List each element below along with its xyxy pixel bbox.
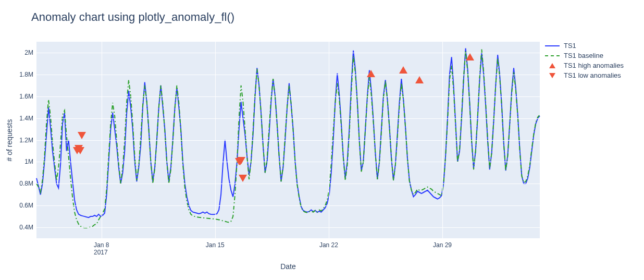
grid-line <box>36 227 540 228</box>
legend-item-ts1[interactable]: TS1 <box>545 42 639 50</box>
anomaly-high-marker[interactable] <box>367 70 375 77</box>
x-tick-label: Jan 82017 <box>94 241 109 256</box>
anomaly-high-marker[interactable] <box>466 53 474 60</box>
grid-line <box>36 53 540 53</box>
grid-line <box>36 96 540 97</box>
grid-line <box>36 184 540 184</box>
triangle-down-icon <box>549 73 555 78</box>
x-tick-label: Jan 15 <box>206 241 225 249</box>
y-tick-label: 2M <box>7 49 33 56</box>
anomaly-low-marker[interactable] <box>239 175 247 182</box>
legend-label: TS1 low anomalies <box>564 71 621 79</box>
y-tick-label: 0.6M <box>7 202 33 209</box>
legend-item-high[interactable]: TS1 high anomalies <box>545 62 639 69</box>
dashed-line-swatch-icon <box>545 55 560 56</box>
x-tick-label: Jan 29 <box>433 241 452 249</box>
grid-line <box>36 162 540 162</box>
grid-line <box>329 42 329 238</box>
anomaly-chart: Anomaly chart using plotly_anomaly_fl() … <box>0 0 644 280</box>
y-tick-label: 0.4M <box>7 224 33 231</box>
grid-line <box>36 75 540 75</box>
anomaly-low-marker[interactable] <box>78 132 86 139</box>
legend-label: TS1 baseline <box>564 52 603 59</box>
chart-title: Anomaly chart using plotly_anomaly_fl() <box>31 10 234 24</box>
y-tick-label: 0.8M <box>7 180 33 187</box>
y-tick-label: 1.6M <box>7 93 33 100</box>
plot-area[interactable]: 0.4M0.6M0.8M1M1.2M1.4M1.6M1.8M2MJan 8201… <box>36 42 540 238</box>
legend-label: TS1 high anomalies <box>564 62 624 69</box>
anomaly-high-marker[interactable] <box>415 76 424 83</box>
y-axis-label: # of requests <box>5 119 14 161</box>
x-tick-label: Jan 22 <box>319 241 338 249</box>
y-tick-label: 1.8M <box>7 71 33 78</box>
grid-line <box>102 42 102 238</box>
grid-line <box>442 42 443 238</box>
grid-line <box>36 118 540 119</box>
line-swatch-icon <box>545 45 560 46</box>
legend-item-low[interactable]: TS1 low anomalies <box>545 71 639 79</box>
anomaly-low-marker[interactable] <box>76 147 84 154</box>
anomaly-low-marker[interactable] <box>237 157 245 164</box>
legend-item-baseline[interactable]: TS1 baseline <box>545 52 639 59</box>
anomaly-high-marker[interactable] <box>399 66 407 74</box>
grid-line <box>36 140 540 141</box>
x-axis-label: Date <box>280 262 296 271</box>
grid-line <box>36 205 540 206</box>
triangle-up-icon <box>549 63 555 68</box>
legend-label: TS1 <box>564 42 576 50</box>
grid-line <box>215 42 216 238</box>
legend: TS1 TS1 baseline TS1 high anomalies TS1 … <box>545 42 639 81</box>
